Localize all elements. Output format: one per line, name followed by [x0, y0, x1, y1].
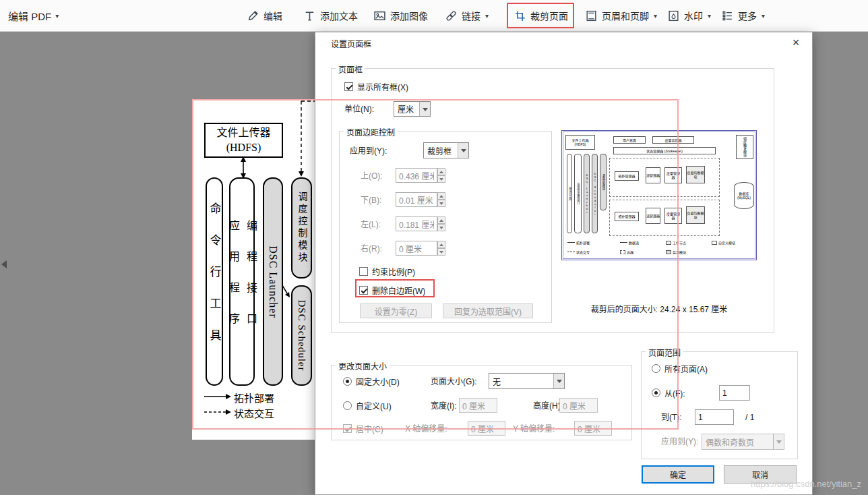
preview-legend-item: 工作节点 — [666, 240, 686, 245]
revert-to-selection-button: 回复为选取范围(V) — [443, 303, 533, 318]
toolbar-item-add-text[interactable]: 添加文本 — [303, 0, 358, 31]
spinner-down-icon — [437, 248, 445, 256]
edit-pdf-menu[interactable]: 编辑 PDF ▾ — [8, 0, 59, 31]
toolbar-item-crop-pages[interactable]: 裁剪页面 — [514, 0, 568, 31]
set-page-boxes-dialog: 设置页面框 × 页面框 显示所有框(X) 单位(N): 厘米 页面边距控制 应用… — [315, 32, 813, 495]
show-all-boxes-checkbox[interactable]: 显示所有框(X) — [344, 80, 408, 93]
dashed-box-sample — [620, 250, 625, 254]
margin-bottom-label: 下(B): — [361, 196, 381, 205]
toolbar-item-label: 更多 — [738, 9, 757, 22]
preview-node-metric-manager: 度量管理器 — [664, 167, 682, 183]
preview-legend-item: 状态交互 — [567, 250, 590, 254]
sidebar-collapse-button[interactable] — [0, 255, 8, 274]
preview-node-zookeeper: 状态管理器 (Zookeeper) — [613, 147, 716, 154]
preview-node-database: 数据库 (MySQL) — [734, 182, 754, 209]
fixed-size-radio[interactable]: 固定大小(D) — [343, 374, 400, 388]
checkbox-icon — [359, 267, 368, 276]
preview-pill-sched-ctrl: 调度控制模块 — [600, 154, 607, 210]
from-page-radio[interactable]: 从(F): — [652, 386, 685, 399]
height-input — [559, 398, 598, 413]
diagram-pill-dsc-scheduler: DSC Scheduler — [291, 285, 312, 386]
margin-left-label: 左(L): — [361, 220, 381, 229]
apply-to-value: 裁剪框 — [427, 145, 452, 156]
toolbar-item-edit[interactable]: 编辑 — [247, 0, 282, 31]
legend-label: 工作节点 — [673, 240, 686, 245]
spinner-up-icon — [437, 192, 445, 200]
chevron-down-icon: ▾ — [762, 12, 765, 20]
node-label: (HDFS) — [575, 142, 586, 146]
pill-label: 调度控制模块 — [602, 174, 604, 190]
close-icon[interactable]: × — [788, 36, 804, 51]
pill-label: 应用程序 — [225, 220, 241, 344]
toolbar-item-add-image[interactable]: 添加图像 — [373, 0, 428, 31]
spinner-down-icon — [437, 224, 445, 231]
margin-right-label: 右(R): — [361, 244, 382, 254]
apply-to-label: 应用到(Y): — [350, 146, 387, 156]
node-label: 文件上传器 — [216, 125, 270, 140]
chevron-down-icon — [553, 374, 564, 388]
checkbox-label: 约束比例(P) — [372, 266, 415, 277]
page-legend-topology: 拓扑部署 — [234, 390, 274, 405]
pill-label: 调度控制模块 — [295, 192, 309, 264]
preview-node-flow-manager: 流管理器 — [646, 167, 660, 183]
preview-legend-item: 容器 — [620, 250, 633, 254]
total-pages-text: / 1 — [745, 413, 754, 422]
apply-to-combobox[interactable]: 裁剪框 — [423, 142, 469, 158]
gray-box-sample — [666, 250, 671, 254]
dialog-title: 设置页面框 — [331, 38, 371, 49]
radio-label: 自定义(U) — [356, 400, 392, 411]
pill-label: DSC Launcher — [586, 173, 588, 214]
page-size-combobox[interactable]: 无 — [489, 373, 565, 389]
all-pages-radio[interactable]: 所有页面(A) — [652, 361, 708, 375]
preview-node-tracker: 度量追踪器 — [652, 136, 694, 144]
toolbar-item-more[interactable]: 更多 ▾ — [721, 0, 765, 31]
preview-node-ui: 用户界面 — [613, 136, 646, 144]
to-page-input[interactable] — [695, 409, 734, 425]
diagram-node-file-uploader: 文件上传器 (HDFS) — [204, 123, 283, 158]
x-offset-input — [468, 421, 505, 436]
custom-size-radio[interactable]: 自定义(U) — [343, 399, 392, 412]
remove-white-margins-checkbox[interactable]: 删除白边距(W) — [359, 283, 425, 297]
preview-node-topo-manager: 拓扑管理器 — [615, 171, 639, 181]
toolbar-item-header-footer[interactable]: 页眉和页脚 ▾ — [585, 0, 657, 31]
legend-label: 监测模块 — [673, 250, 686, 254]
toolbar-item-label: 裁剪页面 — [530, 9, 568, 22]
spinner-up-icon — [437, 241, 445, 248]
watermark-icon — [667, 9, 680, 22]
solid-line-sample — [620, 242, 627, 243]
group-label: 页面范围 — [646, 347, 683, 358]
legend-label: 状态交互 — [576, 250, 590, 254]
chevron-left-icon — [1, 260, 7, 268]
chevron-down-icon — [773, 434, 784, 449]
page-size-label: 页面大小(G): — [431, 377, 477, 386]
width-input — [459, 398, 497, 413]
page-legend-state: 状态交互 — [234, 406, 274, 420]
node-label: 度量管理器 — [665, 212, 681, 220]
spinner-down-icon — [437, 175, 445, 183]
checkbox-icon — [344, 82, 353, 91]
node-label: 流管理器 — [646, 173, 660, 177]
margin-right-input — [396, 241, 437, 256]
preview-legend-item: 自定义模块 — [712, 240, 735, 245]
toolbar-item-label: 链接 — [462, 9, 480, 22]
spinner-up-icon — [437, 168, 445, 175]
constrain-proportions-checkbox[interactable]: 约束比例(P) — [359, 264, 415, 278]
pill-label: 命令行工具 — [206, 202, 223, 361]
preview-legend-item: 监测模块 — [666, 250, 686, 254]
preview-pill-launcher: DSC Launcher — [584, 154, 590, 233]
node-label: 负载均衡模块 — [687, 211, 704, 219]
add-text-icon — [303, 9, 316, 22]
add-image-icon — [373, 9, 386, 22]
from-page-input[interactable] — [719, 385, 750, 401]
solid-line-sample — [567, 242, 575, 243]
toolbar-item-link[interactable]: 链接 ▾ — [445, 0, 489, 31]
units-combobox[interactable]: 厘米 — [394, 101, 431, 117]
crop-pages-icon — [514, 9, 526, 22]
button-label: 设置为零(Z) — [375, 305, 417, 317]
margin-left-spinner — [437, 216, 445, 231]
checkbox-icon — [343, 424, 352, 433]
toolbar-item-watermark[interactable]: 水印 ▾ — [667, 0, 711, 31]
ok-button[interactable]: 确定 — [642, 465, 714, 484]
node-label: 调度触发模块 — [743, 137, 747, 157]
margin-bottom-input — [396, 192, 437, 207]
